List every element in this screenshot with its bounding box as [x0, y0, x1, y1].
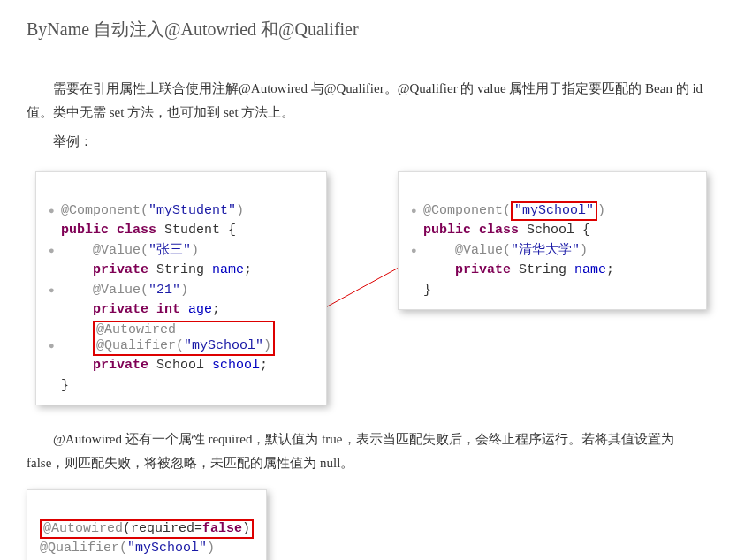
autowired-qualifier-highlight: @Autowired @Qualifier("mySchool") [93, 321, 275, 356]
required-false-highlight: @Autowired(required=false) [40, 519, 254, 539]
school-code-box: ●@Component("mySchool") public class Sch… [398, 171, 707, 310]
required-false-code-box: @Autowired(required=false) @Qualifier("m… [27, 489, 267, 560]
code-figures-row: ●@Component("myStudent") public class St… [27, 171, 710, 401]
paragraph-1: 需要在引用属性上联合使用注解@Autowired 与@Qualifier。@Qu… [27, 77, 710, 125]
myschool-highlight: "mySchool" [511, 201, 597, 221]
paragraph-example-label: 举例： [27, 130, 710, 154]
paragraph-required: @Autowired 还有一个属性 required，默认值为 true，表示当… [27, 428, 710, 475]
page-title: ByName 自动注入@Autowried 和@Qualifier [27, 18, 710, 42]
student-code-box: ●@Component("myStudent") public class St… [35, 171, 327, 405]
